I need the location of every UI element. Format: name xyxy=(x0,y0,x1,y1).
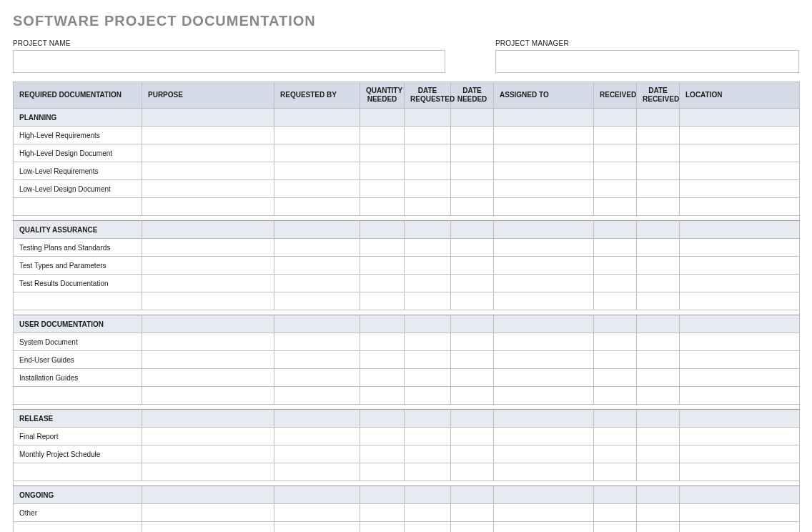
table-cell[interactable] xyxy=(360,239,405,257)
table-cell[interactable] xyxy=(594,522,637,533)
table-cell[interactable] xyxy=(594,144,637,162)
table-cell[interactable] xyxy=(142,144,274,162)
table-cell[interactable] xyxy=(637,463,680,481)
table-cell[interactable] xyxy=(494,180,594,198)
table-cell[interactable] xyxy=(405,369,451,387)
table-cell[interactable] xyxy=(594,198,637,216)
table-cell[interactable] xyxy=(405,144,451,162)
table-cell[interactable] xyxy=(494,275,594,292)
table-cell[interactable] xyxy=(274,333,360,351)
table-cell[interactable] xyxy=(142,428,274,445)
table-cell[interactable] xyxy=(274,144,360,162)
table-cell[interactable] xyxy=(405,239,451,257)
table-cell[interactable] xyxy=(360,127,405,144)
table-cell[interactable] xyxy=(637,162,680,180)
table-cell[interactable] xyxy=(637,144,680,162)
table-cell[interactable] xyxy=(360,275,405,292)
table-cell[interactable] xyxy=(637,522,680,533)
table-cell[interactable] xyxy=(360,428,405,445)
project-name-input[interactable] xyxy=(13,50,445,73)
table-cell[interactable] xyxy=(451,387,494,405)
table-cell[interactable] xyxy=(360,522,405,533)
table-cell[interactable] xyxy=(637,445,680,463)
table-cell[interactable] xyxy=(405,445,451,463)
table-cell[interactable] xyxy=(274,292,360,310)
table-cell[interactable] xyxy=(405,351,451,369)
table-cell[interactable] xyxy=(405,504,451,522)
table-cell[interactable] xyxy=(680,333,800,351)
table-cell[interactable] xyxy=(451,275,494,292)
table-cell[interactable] xyxy=(680,239,800,257)
table-cell[interactable] xyxy=(405,198,451,216)
table-cell[interactable] xyxy=(451,522,494,533)
table-cell[interactable] xyxy=(360,292,405,310)
table-cell[interactable] xyxy=(637,127,680,144)
table-cell[interactable] xyxy=(14,522,142,533)
table-cell[interactable] xyxy=(637,428,680,445)
table-cell[interactable] xyxy=(680,463,800,481)
table-cell[interactable] xyxy=(142,257,274,275)
table-cell[interactable] xyxy=(494,292,594,310)
table-cell[interactable] xyxy=(274,180,360,198)
table-cell[interactable] xyxy=(637,257,680,275)
table-cell[interactable] xyxy=(360,180,405,198)
table-cell[interactable] xyxy=(360,333,405,351)
table-cell[interactable] xyxy=(142,504,274,522)
table-cell[interactable] xyxy=(142,180,274,198)
table-cell[interactable] xyxy=(680,522,800,533)
table-cell[interactable] xyxy=(142,162,274,180)
table-cell[interactable] xyxy=(142,522,274,533)
table-cell[interactable] xyxy=(142,351,274,369)
table-cell[interactable] xyxy=(14,387,142,405)
table-cell[interactable] xyxy=(680,351,800,369)
table-cell[interactable] xyxy=(360,463,405,481)
table-cell[interactable] xyxy=(594,387,637,405)
table-cell[interactable] xyxy=(142,292,274,310)
table-cell[interactable] xyxy=(494,463,594,481)
table-cell[interactable] xyxy=(680,504,800,522)
table-cell[interactable] xyxy=(451,198,494,216)
table-cell[interactable]: Test Results Documentation xyxy=(14,275,142,292)
table-cell[interactable] xyxy=(594,504,637,522)
table-cell[interactable] xyxy=(680,387,800,405)
table-cell[interactable] xyxy=(451,144,494,162)
table-cell[interactable] xyxy=(142,445,274,463)
table-cell[interactable] xyxy=(594,463,637,481)
table-cell[interactable] xyxy=(637,369,680,387)
table-cell[interactable] xyxy=(594,162,637,180)
table-cell[interactable] xyxy=(142,198,274,216)
table-cell[interactable] xyxy=(494,239,594,257)
table-cell[interactable] xyxy=(494,333,594,351)
table-cell[interactable] xyxy=(680,144,800,162)
table-cell[interactable] xyxy=(360,198,405,216)
table-cell[interactable] xyxy=(274,239,360,257)
table-cell[interactable] xyxy=(637,239,680,257)
table-cell[interactable] xyxy=(680,257,800,275)
table-cell[interactable] xyxy=(680,127,800,144)
table-cell[interactable] xyxy=(594,351,637,369)
table-cell[interactable] xyxy=(360,162,405,180)
table-cell[interactable] xyxy=(494,198,594,216)
table-cell[interactable] xyxy=(274,198,360,216)
table-cell[interactable] xyxy=(451,369,494,387)
table-cell[interactable] xyxy=(274,445,360,463)
table-cell[interactable] xyxy=(637,180,680,198)
table-cell[interactable] xyxy=(680,198,800,216)
table-cell[interactable] xyxy=(451,257,494,275)
table-cell[interactable] xyxy=(680,292,800,310)
table-cell[interactable] xyxy=(451,333,494,351)
table-cell[interactable] xyxy=(494,445,594,463)
table-cell[interactable] xyxy=(594,257,637,275)
table-cell[interactable] xyxy=(274,504,360,522)
table-cell[interactable] xyxy=(494,162,594,180)
table-cell[interactable] xyxy=(405,275,451,292)
table-cell[interactable] xyxy=(405,522,451,533)
table-cell[interactable] xyxy=(274,257,360,275)
table-cell[interactable] xyxy=(405,180,451,198)
table-cell[interactable] xyxy=(274,162,360,180)
table-cell[interactable] xyxy=(451,292,494,310)
table-cell[interactable]: Monthly Project Schedule xyxy=(14,445,142,463)
table-cell[interactable] xyxy=(405,292,451,310)
table-cell[interactable]: System Document xyxy=(14,333,142,351)
table-cell[interactable] xyxy=(637,504,680,522)
